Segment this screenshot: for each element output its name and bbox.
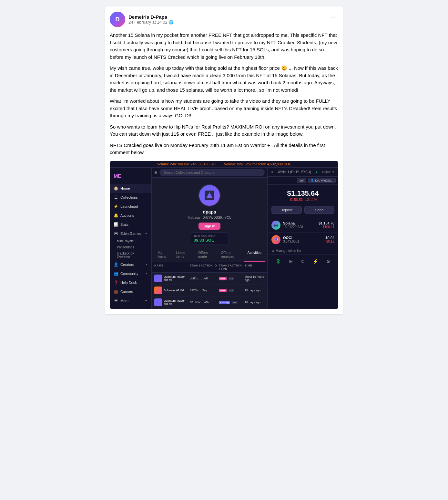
sign-in-button[interactable]: Sign In — [199, 223, 221, 230]
post-card: D Demetris D-Papa 24 February at 14:02 🌐… — [105, 6, 343, 314]
floor-label: Total Floor Value — [194, 234, 225, 238]
td-txtype-3: Listing ME — [219, 301, 245, 304]
nft-cell-3: Quantum Trader #8179 — [154, 298, 190, 306]
sidebar-item-more-label: More — [120, 299, 128, 303]
td-txtype-1: Sale ME — [219, 277, 245, 280]
eden-games-icon: 🎮 — [114, 231, 118, 236]
th-txid: TRANSACTION ID — [190, 264, 219, 270]
settings-icon[interactable]: ⚙ — [325, 257, 332, 265]
profile-avatar — [198, 184, 221, 207]
nft-thumbnail-2 — [154, 286, 162, 294]
solana-usd: $1,134.70 — [319, 221, 334, 225]
sidebar-item-more[interactable]: ☰ More ▼ — [110, 296, 151, 305]
token-oogi: 🔮 OOGI 3,549.0001 $0.94 -$0.12 — [268, 232, 338, 247]
creators-icon: 👤 — [114, 262, 118, 267]
manage-token-list[interactable]: ⚙ Manage token list — [268, 247, 338, 255]
sidebar-item-home-label: Home — [120, 186, 130, 190]
sidebar-item-eden-games-label: Eden Games — [120, 232, 141, 235]
sell-button[interactable]: Sell — [297, 178, 306, 183]
sidebar-item-stats[interactable]: 📊 Stats — [110, 220, 151, 229]
sidebar-item-community[interactable]: 👥 Community ▸ — [110, 269, 151, 278]
sidebar-item-bracketx[interactable]: bracketX by Overtime — [117, 250, 151, 260]
td-txid-3: 6RUKW ... A5v — [190, 301, 219, 304]
sidebar-item-panzerdogs[interactable]: Panzerdogs — [117, 244, 151, 250]
me-badge-2: ME — [229, 289, 234, 292]
deposit-button[interactable]: Deposit — [271, 206, 302, 214]
sidebar-item-auctions[interactable]: 🔔 Auctions — [110, 211, 151, 220]
me-sidebar: ME 🏠 Home ☰ Collections ⚡ Launchpad 🔔 Au… — [110, 168, 152, 309]
search-input[interactable] — [159, 169, 265, 176]
wallet-header: ≡ Wallet 1 (DrUY...5YCU) ● English ∨ — [268, 168, 338, 177]
sidebar-item-collections-label: Collections — [120, 195, 138, 199]
globe-icon: 🌐 — [169, 20, 174, 25]
th-txtype: TRANSACTION TYPE — [219, 264, 245, 270]
oogi-usd: $0.94 — [325, 236, 334, 240]
tab-offers-made[interactable]: Offers made — [195, 248, 218, 262]
volume-24h: Volume 24h: Volume 24h: 98,490 SOL — [157, 162, 218, 166]
account-icon: 👤 — [311, 179, 314, 182]
floor-value-box: Total Floor Value 39.33 SOL — [190, 232, 229, 245]
sidebar-item-creators[interactable]: 👤 Creators ▸ — [110, 260, 151, 269]
me-logo: ME — [110, 172, 151, 184]
td-time-3: 16 days ago — [245, 301, 267, 304]
community-icon: 👥 — [114, 271, 118, 276]
hamburger-menu-icon[interactable]: ≡ — [271, 170, 273, 174]
sidebar-item-launchpad[interactable]: ⚡ Launchpad — [110, 202, 151, 211]
td-txid-2: 63CXv ... Tsq — [190, 289, 219, 292]
activity-tabs: My items Listed items Offers made Offers… — [152, 248, 267, 262]
sidebar-item-eden-games[interactable]: 🎮 Eden Games ▼ — [110, 229, 151, 238]
me-center-topbar: ≡ — [152, 168, 267, 178]
dollar-icon[interactable]: 💲 — [274, 257, 282, 265]
profile-section: dpapa @dpapa DrUYWDSS9...YCU Sign In Tot… — [152, 178, 267, 248]
sidebar-item-community-label: Community — [120, 272, 138, 276]
volume-bar: Volume 24h: Volume 24h: 98,490 SOL Volum… — [110, 161, 338, 168]
tab-listed-items[interactable]: Listed items — [173, 248, 195, 262]
me-main-layout: ME 🏠 Home ☰ Collections ⚡ Launchpad 🔔 Au… — [110, 168, 338, 309]
launchpad-icon: ⚡ — [114, 204, 118, 209]
table-row: Quantum Trader #8179 6RUKW ... A5v Listi… — [152, 297, 267, 308]
chevron-right-icon: ▸ — [146, 263, 148, 266]
td-time-1: about 16 hours ago — [245, 275, 267, 282]
lightning-icon[interactable]: ⚡ — [311, 257, 320, 265]
sidebar-item-home[interactable]: 🏠 Home — [110, 184, 151, 193]
nft-name-2: Solninjas #1102 — [164, 289, 184, 292]
more-options-button[interactable]: ··· — [328, 12, 338, 22]
post-body: Another 15 Solana in my pocket from anot… — [110, 32, 338, 156]
token-solana: ◎ Solana 13.01229 SOL $1,134.70 -$108.41 — [268, 218, 338, 232]
wallet-action-icons: 💲 ⊞ ↻ ⚡ ⚙ — [268, 255, 338, 268]
tab-activities[interactable]: Activities — [244, 248, 265, 262]
sidebar-item-helpdesk-label: Help Desk — [120, 281, 137, 285]
sidebar-item-mini-royale[interactable]: Mini Royale — [117, 238, 151, 244]
wallet-status-dot: ● — [315, 170, 317, 174]
nft-cell-1: Quantum Trader #8179 — [154, 275, 190, 282]
sidebar-item-helpdesk[interactable]: ❓ Help Desk — [110, 278, 151, 287]
avatar-image: D — [110, 12, 125, 27]
language-selector[interactable]: English ∨ — [322, 170, 334, 173]
td-txid-1: pMZhx ... ueB — [190, 277, 219, 280]
post-meta: 24 February at 14:02 🌐 — [128, 20, 174, 25]
send-button[interactable]: Send — [304, 206, 335, 214]
hamburger-icon[interactable]: ≡ — [154, 170, 157, 175]
solana-icon: ◎ — [271, 221, 280, 230]
nft-thumbnail-3 — [154, 298, 162, 306]
tab-my-items[interactable]: My items — [154, 248, 173, 262]
author-avatar: D — [110, 12, 125, 27]
solana-info: Solana 13.01229 SOL — [283, 221, 316, 229]
manage-token-icon: ⚙ — [271, 249, 274, 253]
account-label: DrUYWDSS... — [315, 179, 333, 182]
account-button[interactable]: 👤 DrUYWDSS... — [308, 178, 336, 183]
grid-icon[interactable]: ⊞ — [288, 257, 294, 265]
collections-icon: ☰ — [114, 195, 118, 200]
careers-icon: 💼 — [114, 289, 118, 294]
more-icon: ☰ — [114, 298, 118, 303]
activities-table: NAME TRANSACTION ID TRANSACTION TYPE TIM… — [152, 262, 267, 308]
sidebar-item-collections[interactable]: ☰ Collections — [110, 193, 151, 202]
refresh-icon[interactable]: ↻ — [300, 257, 306, 265]
volume-total-value: Volume total: 4,532,038 SOL — [246, 162, 291, 166]
tab-offers-received[interactable]: Offers received — [218, 248, 244, 262]
sidebar-item-careers[interactable]: 💼 Careers — [110, 287, 151, 296]
table-header: NAME TRANSACTION ID TRANSACTION TYPE TIM… — [152, 262, 267, 273]
profile-name: dpapa — [203, 209, 216, 214]
volume-total: Volume total: Volume total: 4,532,038 SO… — [224, 162, 291, 166]
author-name[interactable]: Demetris D-Papa — [128, 14, 174, 20]
